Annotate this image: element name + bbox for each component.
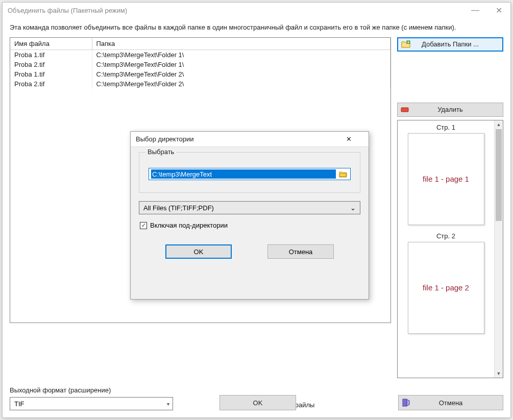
- preview-scrollbar[interactable]: ▲ ▼: [494, 120, 503, 378]
- preview-page[interactable]: Стр. 2file 1 - page 2: [399, 232, 493, 334]
- main-window: Объединить файлы (Пакетный режим) — ✕ Эт…: [2, 2, 511, 418]
- folder-add-icon: [401, 40, 410, 48]
- scroll-thumb[interactable]: [496, 129, 502, 221]
- close-button[interactable]: ✕: [487, 3, 510, 18]
- dialog-cancel-button[interactable]: Отмена: [267, 244, 334, 259]
- svg-rect-1: [401, 108, 408, 112]
- scroll-down-icon[interactable]: ▼: [495, 369, 503, 378]
- chevron-down-icon: ▾: [167, 401, 169, 407]
- col-header-name[interactable]: Имя файла: [10, 38, 92, 50]
- exit-icon: [402, 398, 411, 407]
- minimize-button[interactable]: —: [463, 3, 487, 18]
- path-value: C:\temp3\MergeText: [151, 169, 336, 179]
- cancel-button[interactable]: Отмена: [398, 395, 503, 410]
- select-label: Выбрать: [145, 148, 176, 156]
- checkbox-checked-icon: [140, 222, 147, 229]
- table-row[interactable]: Proba 2.tifC:\temp3\MergeText\Folder 2\: [10, 79, 390, 89]
- browse-folder-button[interactable]: [338, 169, 348, 179]
- delete-button[interactable]: Удалить: [397, 103, 503, 117]
- ok-button[interactable]: OK: [219, 395, 296, 410]
- dialog-titlebar: Выбор директории ✕: [131, 132, 369, 147]
- scroll-up-icon[interactable]: ▲: [495, 120, 503, 129]
- col-header-folder[interactable]: Папка: [92, 38, 390, 50]
- cell-filename: Proba 2.tif: [10, 60, 92, 69]
- dialog-ok-button[interactable]: OK: [165, 244, 232, 259]
- add-folders-button[interactable]: Добавить Папки ...: [397, 37, 503, 52]
- cell-folder: C:\temp3\MergeText\Folder 2\: [92, 69, 390, 79]
- titlebar: Объединить файлы (Пакетный режим) — ✕: [3, 3, 510, 18]
- output-format-value: TIF: [14, 400, 25, 408]
- output-format-label: Выходной формат (расширение): [10, 386, 173, 394]
- page-thumbnail: file 1 - page 2: [408, 242, 484, 334]
- page-thumbnail: file 1 - page 1: [408, 133, 484, 225]
- delete-label: Удалить: [437, 106, 463, 113]
- cell-filename: Proba 1.tif: [10, 69, 92, 79]
- table-row[interactable]: Proba 1.tifC:\temp3\MergeText\Folder 1\: [10, 50, 390, 60]
- include-subdirs-label: Включая под-директории: [150, 221, 228, 229]
- dialog-close-button[interactable]: ✕: [346, 135, 369, 143]
- page-label: Стр. 2: [436, 232, 455, 240]
- svg-rect-2: [403, 399, 407, 406]
- cell-folder: C:\temp3\MergeText\Folder 1\: [92, 60, 390, 69]
- description-text: Эта команда позволяет объединить все фай…: [10, 23, 503, 32]
- cell-folder: C:\temp3\MergeText\Folder 1\: [92, 50, 390, 60]
- output-format-select[interactable]: TIF ▾: [10, 397, 173, 410]
- path-group: Выбрать C:\temp3\MergeText: [139, 152, 360, 193]
- cell-filename: Proba 1.tif: [10, 50, 92, 60]
- cell-filename: Proba 2.tif: [10, 79, 92, 89]
- path-input[interactable]: C:\temp3\MergeText: [149, 168, 351, 180]
- select-directory-dialog: Выбор директории ✕ Выбрать C:\temp3\Merg…: [130, 131, 369, 300]
- page-label: Стр. 1: [436, 123, 455, 131]
- cell-folder: C:\temp3\MergeText\Folder 2\: [92, 79, 390, 89]
- delete-icon: [401, 107, 409, 113]
- table-row[interactable]: Proba 2.tifC:\temp3\MergeText\Folder 1\: [10, 60, 390, 69]
- chevron-down-icon: ⌄: [350, 204, 356, 212]
- folder-open-icon: [339, 170, 347, 178]
- preview-page[interactable]: Стр. 1file 1 - page 1: [399, 123, 493, 225]
- window-title: Объединить файлы (Пакетный режим): [8, 7, 463, 14]
- table-row[interactable]: Proba 1.tifC:\temp3\MergeText\Folder 2\: [10, 69, 390, 79]
- include-subdirs-checkbox[interactable]: Включая под-директории: [140, 221, 360, 229]
- dialog-title: Выбор директории: [136, 135, 346, 143]
- preview-pane: Стр. 1file 1 - page 1Стр. 2file 1 - page…: [397, 120, 503, 378]
- file-filter-select[interactable]: All Files (TIF;TIFF;PDF) ⌄: [139, 201, 360, 214]
- file-filter-value: All Files (TIF;TIFF;PDF): [143, 204, 214, 212]
- add-folders-label: Добавить Папки ...: [422, 40, 479, 48]
